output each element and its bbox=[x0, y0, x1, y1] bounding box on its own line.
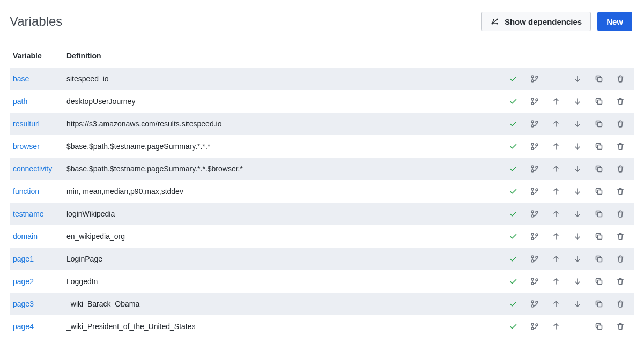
duplicate-button[interactable] bbox=[588, 270, 610, 293]
duplicate-button[interactable] bbox=[588, 203, 610, 225]
move-up-button[interactable] bbox=[545, 90, 567, 113]
duplicate-button[interactable] bbox=[588, 315, 610, 338]
row-actions bbox=[502, 180, 631, 203]
check-icon[interactable] bbox=[502, 293, 524, 315]
duplicate-button[interactable] bbox=[588, 293, 610, 315]
check-icon[interactable] bbox=[502, 68, 524, 90]
delete-button[interactable] bbox=[610, 90, 631, 113]
duplicate-button[interactable] bbox=[588, 248, 610, 270]
variable-name-link[interactable]: page2 bbox=[13, 277, 34, 286]
move-down-button[interactable] bbox=[567, 248, 588, 270]
branch-icon[interactable] bbox=[524, 68, 545, 90]
move-up-button[interactable] bbox=[545, 248, 567, 270]
variable-name-link[interactable]: path bbox=[13, 97, 27, 106]
branch-icon[interactable] bbox=[524, 113, 545, 135]
table-header: Variable Definition bbox=[10, 44, 634, 68]
delete-button[interactable] bbox=[610, 248, 631, 270]
delete-button[interactable] bbox=[610, 135, 631, 158]
table-row: page4_wiki_President_of_the_United_State… bbox=[10, 315, 634, 338]
check-icon[interactable] bbox=[502, 248, 524, 270]
duplicate-button[interactable] bbox=[588, 135, 610, 158]
check-icon[interactable] bbox=[502, 90, 524, 113]
variable-name-link[interactable]: base bbox=[13, 74, 29, 83]
duplicate-button[interactable] bbox=[588, 113, 610, 135]
duplicate-button[interactable] bbox=[588, 68, 610, 90]
branch-icon[interactable] bbox=[524, 315, 545, 338]
move-down-button[interactable] bbox=[567, 225, 588, 248]
branch-icon[interactable] bbox=[524, 293, 545, 315]
delete-button[interactable] bbox=[610, 158, 631, 180]
table-row: page3_wiki_Barack_Obama bbox=[10, 293, 634, 315]
check-icon[interactable] bbox=[502, 135, 524, 158]
move-down-button[interactable] bbox=[567, 113, 588, 135]
variable-name-link[interactable]: testname bbox=[13, 210, 44, 218]
move-down-button[interactable] bbox=[567, 270, 588, 293]
move-down-button[interactable] bbox=[567, 180, 588, 203]
variable-name-link[interactable]: resulturl bbox=[13, 120, 40, 128]
duplicate-button[interactable] bbox=[588, 90, 610, 113]
move-up-button[interactable] bbox=[545, 270, 567, 293]
check-icon[interactable] bbox=[502, 315, 524, 338]
move-up-button[interactable] bbox=[545, 158, 567, 180]
variable-name-link[interactable]: page3 bbox=[13, 300, 34, 308]
variable-name-link[interactable]: browser bbox=[13, 142, 40, 151]
move-down-button[interactable] bbox=[567, 158, 588, 180]
branch-icon[interactable] bbox=[524, 135, 545, 158]
duplicate-button[interactable] bbox=[588, 225, 610, 248]
row-actions bbox=[502, 293, 631, 315]
move-down-button[interactable] bbox=[567, 68, 588, 90]
move-up-button[interactable] bbox=[545, 225, 567, 248]
delete-button[interactable] bbox=[610, 68, 631, 90]
check-icon[interactable] bbox=[502, 180, 524, 203]
delete-button[interactable] bbox=[610, 203, 631, 225]
variable-name-link[interactable]: function bbox=[13, 187, 39, 196]
check-icon[interactable] bbox=[502, 225, 524, 248]
check-icon[interactable] bbox=[502, 203, 524, 225]
move-up-button[interactable] bbox=[545, 203, 567, 225]
duplicate-button[interactable] bbox=[588, 180, 610, 203]
row-actions bbox=[502, 90, 631, 113]
move-up-button[interactable] bbox=[545, 293, 567, 315]
table-row: page1LoginPage bbox=[10, 248, 634, 270]
move-down-button[interactable] bbox=[567, 135, 588, 158]
move-down-button[interactable] bbox=[567, 293, 588, 315]
table-row: browser$base.$path.$testname.pageSummary… bbox=[10, 135, 634, 158]
check-icon[interactable] bbox=[502, 270, 524, 293]
move-down-button[interactable] bbox=[567, 90, 588, 113]
delete-button[interactable] bbox=[610, 180, 631, 203]
delete-button[interactable] bbox=[610, 315, 631, 338]
move-down-button[interactable] bbox=[567, 203, 588, 225]
show-dependencies-button[interactable]: Show dependencies bbox=[481, 12, 591, 31]
duplicate-button[interactable] bbox=[588, 158, 610, 180]
variable-definition: $base.$path.$testname.pageSummary.*.*.$b… bbox=[66, 165, 502, 173]
check-icon[interactable] bbox=[502, 158, 524, 180]
branch-icon[interactable] bbox=[524, 225, 545, 248]
row-actions bbox=[502, 270, 631, 293]
variable-name-link[interactable]: connectivity bbox=[13, 165, 52, 173]
variable-definition: sitespeed_io bbox=[66, 74, 502, 83]
branch-icon[interactable] bbox=[524, 203, 545, 225]
variable-name-link[interactable]: domain bbox=[13, 232, 38, 241]
branch-icon[interactable] bbox=[524, 270, 545, 293]
move-up-button[interactable] bbox=[545, 315, 567, 338]
row-actions bbox=[502, 248, 631, 270]
column-header-variable: Variable bbox=[13, 51, 66, 60]
row-actions bbox=[502, 113, 631, 135]
new-button[interactable]: New bbox=[597, 12, 632, 31]
delete-button[interactable] bbox=[610, 270, 631, 293]
delete-button[interactable] bbox=[610, 113, 631, 135]
branch-icon[interactable] bbox=[524, 158, 545, 180]
delete-button[interactable] bbox=[610, 225, 631, 248]
branch-icon[interactable] bbox=[524, 180, 545, 203]
delete-button[interactable] bbox=[610, 293, 631, 315]
variable-name-link[interactable]: page4 bbox=[13, 322, 34, 331]
row-actions bbox=[502, 135, 631, 158]
move-up-button[interactable] bbox=[545, 180, 567, 203]
check-icon[interactable] bbox=[502, 113, 524, 135]
variable-name-link[interactable]: page1 bbox=[13, 255, 34, 263]
branch-icon[interactable] bbox=[524, 90, 545, 113]
branch-icon[interactable] bbox=[524, 248, 545, 270]
table-row: functionmin, mean,median,p90,max,stddev bbox=[10, 180, 634, 203]
move-up-button[interactable] bbox=[545, 113, 567, 135]
move-up-button[interactable] bbox=[545, 135, 567, 158]
